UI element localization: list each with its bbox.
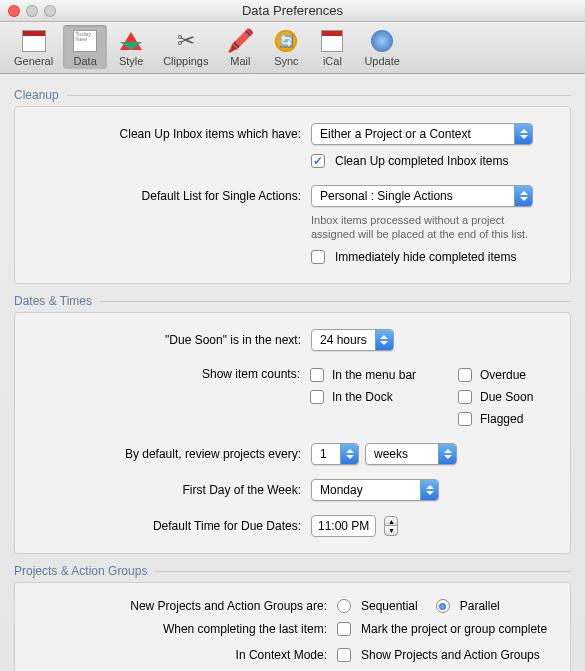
due-soon-count-checkbox[interactable]	[458, 390, 472, 404]
show-projects-label: Show Projects and Action Groups	[361, 648, 540, 662]
sequential-label: Sequential	[361, 599, 418, 613]
parallel-radio[interactable]	[436, 599, 450, 613]
cleanup-completed-label: Clean Up completed Inbox items	[335, 154, 508, 168]
globe-icon	[371, 30, 393, 52]
menu-bar-checkbox[interactable]	[310, 368, 324, 382]
calendar-icon	[321, 30, 343, 52]
context-mode-label: In Context Mode:	[27, 648, 337, 662]
immediately-hide-checkbox[interactable]	[311, 250, 325, 264]
parallel-label: Parallel	[460, 599, 500, 613]
popup-arrows-icon	[340, 444, 358, 464]
close-button[interactable]	[8, 5, 20, 17]
immediately-hide-label: Immediately hide completed items	[335, 250, 516, 264]
default-time-label: Default Time for Due Dates:	[27, 519, 311, 533]
cleanup-condition-popup[interactable]: Either a Project or a Context	[311, 123, 533, 145]
show-counts-label: Show item counts:	[27, 365, 310, 381]
app-icon	[22, 30, 46, 52]
flagged-checkbox[interactable]	[458, 412, 472, 426]
data-icon: TodayNew	[73, 30, 97, 52]
stepper-down-icon[interactable]: ▼	[384, 526, 398, 536]
minimize-button[interactable]	[26, 5, 38, 17]
tab-style[interactable]: Style	[109, 25, 153, 69]
tab-general[interactable]: General	[6, 25, 61, 69]
sequential-radio[interactable]	[337, 599, 351, 613]
popup-arrows-icon	[420, 480, 438, 500]
review-number-popup[interactable]: 1	[311, 443, 359, 465]
dock-checkbox[interactable]	[310, 390, 324, 404]
project-type-label: New Projects and Action Groups are:	[27, 599, 337, 613]
zoom-button[interactable]	[44, 5, 56, 17]
tab-ical[interactable]: iCal	[310, 25, 354, 69]
due-soon-popup[interactable]: 24 hours	[311, 329, 394, 351]
tab-sync[interactable]: Sync	[264, 25, 308, 69]
overdue-checkbox[interactable]	[458, 368, 472, 382]
tab-clippings[interactable]: ✂Clippings	[155, 25, 216, 69]
default-time-stepper[interactable]: ▲ ▼	[384, 516, 398, 536]
popup-arrows-icon	[514, 124, 532, 144]
cleanup-completed-checkbox[interactable]	[311, 154, 325, 168]
group-projects: Projects & Action Groups New Projects an…	[14, 564, 571, 671]
tab-update[interactable]: Update	[356, 25, 407, 69]
titlebar: Data Preferences	[0, 0, 585, 22]
popup-arrows-icon	[514, 186, 532, 206]
popup-arrows-icon	[438, 444, 456, 464]
first-day-popup[interactable]: Monday	[311, 479, 439, 501]
group-title-dates: Dates & Times	[14, 294, 92, 308]
cleanup-inbox-label: Clean Up Inbox items which have:	[27, 127, 311, 141]
sync-icon	[275, 30, 297, 52]
due-soon-label: "Due Soon" is in the next:	[27, 333, 311, 347]
tab-data[interactable]: TodayNewData	[63, 25, 107, 69]
stepper-up-icon[interactable]: ▲	[384, 516, 398, 526]
group-cleanup: Cleanup Clean Up Inbox items which have:…	[14, 88, 571, 284]
first-day-label: First Day of the Week:	[27, 483, 311, 497]
toolbar: General TodayNewData Style ✂Clippings 🖍️…	[0, 22, 585, 74]
group-title-cleanup: Cleanup	[14, 88, 59, 102]
show-projects-checkbox[interactable]	[337, 648, 351, 662]
completing-last-label: When completing the last item:	[27, 622, 337, 636]
default-list-label: Default List for Single Actions:	[27, 189, 311, 203]
style-icon	[120, 32, 142, 50]
scissors-icon: ✂	[172, 29, 200, 53]
review-every-label: By default, review projects every:	[27, 447, 311, 461]
mark-complete-label: Mark the project or group complete	[361, 622, 547, 636]
review-unit-popup[interactable]: weeks	[365, 443, 457, 465]
popup-arrows-icon	[375, 330, 393, 350]
group-title-projects: Projects & Action Groups	[14, 564, 147, 578]
mark-complete-checkbox[interactable]	[337, 622, 351, 636]
default-time-field[interactable]: 11:00 PM	[311, 515, 376, 537]
stamp-icon: 🖍️	[226, 29, 254, 53]
group-dates: Dates & Times "Due Soon" is in the next:…	[14, 294, 571, 554]
default-list-hint: Inbox items processed without a project …	[311, 213, 541, 241]
window-title: Data Preferences	[0, 3, 585, 18]
tab-mail[interactable]: 🖍️Mail	[218, 25, 262, 69]
default-list-popup[interactable]: Personal : Single Actions	[311, 185, 533, 207]
